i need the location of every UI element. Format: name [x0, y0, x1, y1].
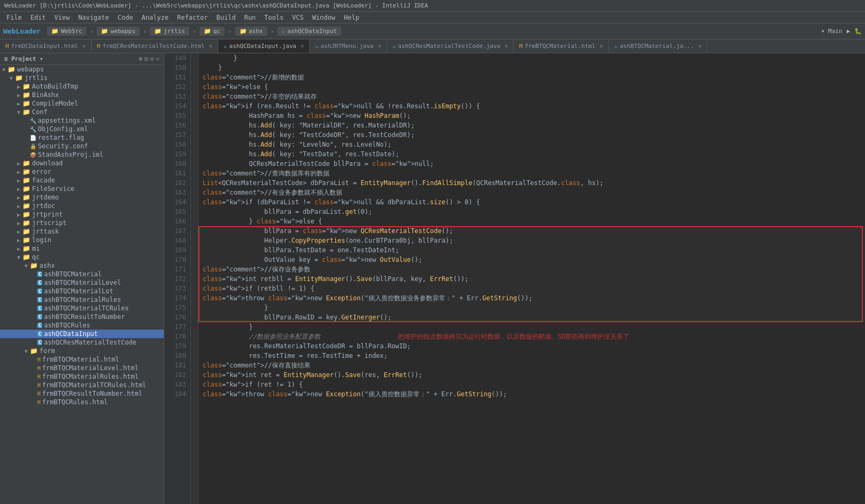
menu-view[interactable]: View: [50, 13, 74, 22]
sidebar: ≡ Project ▾ ⊕ ⊟ ⚙ ✕ ▼📁 webapps▼📁 jrtlis▶…: [0, 53, 164, 504]
tree-arrow: ▼: [15, 254, 22, 260]
tab-frmQCResMaterialTestCode[interactable]: H frmQCResMaterialTestCode.html ×: [92, 39, 219, 53]
tree-item-label: ashBTQCResultToNumber: [44, 313, 125, 321]
line-number: 170: [169, 255, 186, 265]
close-tab-7[interactable]: ×: [698, 43, 701, 49]
breadcrumb-jrtlis[interactable]: 📁 jrtlis: [150, 27, 189, 36]
tree-arrow: ▶: [15, 178, 22, 183]
tree-item-label: FileService: [32, 185, 74, 193]
close-tab-2[interactable]: ×: [209, 43, 212, 49]
tree-item-frmbtqcmaterialrules-html[interactable]: H frmBTQCMaterialRules.html: [0, 372, 164, 381]
tree-arrow: ▼: [22, 348, 30, 354]
menu-navigate[interactable]: Navigate: [74, 13, 114, 22]
code-area[interactable]: 1491501511521531541551561571581591601611…: [164, 53, 865, 504]
tree-item-appsettings-xml[interactable]: 🔧 appsettings.xml: [0, 116, 164, 125]
close-tab-3[interactable]: ×: [301, 43, 304, 49]
tree-item-ashbtqcmateriallot[interactable]: C ashBTQCMaterialLot: [0, 287, 164, 295]
close-tab-4[interactable]: ×: [378, 43, 381, 49]
title-text: WebLoader [D:\jrtlis\Code\WebLoader] - .…: [4, 2, 428, 9]
close-tab-5[interactable]: ×: [504, 43, 508, 49]
tree-item-label: ashBTQCMaterial: [44, 270, 101, 278]
tree-item-autobuildtmp[interactable]: ▶📁 AutoBuildTmp: [0, 82, 164, 91]
menu-file[interactable]: File: [2, 13, 26, 22]
main-dropdown[interactable]: ▾ Main: [821, 28, 843, 35]
settings-icon[interactable]: ⚙: [150, 55, 154, 62]
tree-item-error[interactable]: ▶📁 error: [0, 167, 164, 176]
tree-item-frmbtqcrules-html[interactable]: H frmBTQCRules.html: [0, 398, 164, 406]
line-number: 178: [169, 332, 186, 341]
tab-ashQCResMaterialTestCode[interactable]: ☕ ashQCResMaterialTestCode.java ×: [387, 39, 514, 53]
tree-item-login[interactable]: ▶📁 login: [0, 236, 164, 244]
tree-item-jrtscript[interactable]: ▶📁 jrtscript: [0, 219, 164, 227]
breadcrumb-qc[interactable]: 📁 qc: [199, 27, 225, 36]
breadcrumb-ashx[interactable]: 📁 ashx: [235, 27, 268, 36]
tree-item-ashqcdatainput[interactable]: C ashQCDataInput: [0, 330, 164, 338]
tree-item-jrtdemo[interactable]: ▶📁 jrtdemo: [0, 193, 164, 202]
tree-item-objconfig-xml[interactable]: 🔧 ObjConfig.xml: [0, 125, 164, 133]
debug-button[interactable]: 🐛: [854, 28, 862, 35]
code-line: class="kw">if (dbParaList != class="kw">…: [198, 197, 865, 207]
tree-item-ashbtqcmaterialtcrules[interactable]: C ashBTQCMaterialTCRules: [0, 304, 164, 313]
breadcrumb-webapps[interactable]: 📁 webapps: [97, 27, 139, 36]
tree-item-facade[interactable]: ▶📁 facade: [0, 176, 164, 185]
tree-item-security-conf[interactable]: 🔒 Security.conf: [0, 142, 164, 150]
sync-icon[interactable]: ⊕: [139, 55, 143, 62]
tree-item-ashbtqcresulttonumber[interactable]: C ashBTQCResultToNumber: [0, 313, 164, 321]
close-tab-1[interactable]: ×: [82, 43, 85, 49]
menu-analyze[interactable]: Analyze: [137, 13, 173, 22]
xml-file-icon: 🔧: [30, 126, 36, 132]
tree-item-frmbtqcresulttonumber-html[interactable]: H frmBTQCResultToNumber.html: [0, 389, 164, 398]
tree-item-restart-flag[interactable]: 📄 restart.flag: [0, 133, 164, 142]
menu-edit[interactable]: Edit: [26, 13, 50, 22]
gutter-cell: [191, 178, 198, 188]
tree-item-mi[interactable]: ▶📁 mi: [0, 244, 164, 253]
close-tab-6[interactable]: ×: [600, 43, 603, 49]
tree-item-download[interactable]: ▶📁 download: [0, 159, 164, 167]
tab-ashBTQCMaterial[interactable]: ☕ ashBTQCMaterial.ja... ×: [609, 39, 708, 53]
menu-run[interactable]: Run: [240, 13, 260, 22]
tree-item-binashx[interactable]: ▶📁 BinAshx: [0, 91, 164, 99]
menu-refactor[interactable]: Refactor: [173, 13, 212, 22]
tree-item-ashbtqcmaterialrules[interactable]: C ashBTQCMaterialRules: [0, 295, 164, 304]
tree-item-ashx[interactable]: ▼📁 ashx: [0, 261, 164, 270]
tree-item-ashbtqcrules[interactable]: C ashBTQCRules: [0, 321, 164, 330]
line-number: 175: [169, 303, 186, 313]
code-content[interactable]: } } class="comment">//新增的数据 class="kw">e…: [198, 53, 865, 504]
gutter-cell: [191, 82, 198, 92]
tree-item-webapps[interactable]: ▼📁 webapps: [0, 65, 164, 74]
menu-code[interactable]: Code: [114, 13, 138, 22]
tree-item-compilemodel[interactable]: ▶📁 CompileModel: [0, 99, 164, 108]
tree-item-jrtlis[interactable]: ▼📁 jrtlis: [0, 74, 164, 82]
tree-item-fileservice[interactable]: ▶📁 FileService: [0, 185, 164, 193]
tree-item-jrtprint[interactable]: ▶📁 jrtprint: [0, 210, 164, 219]
tree-item-form[interactable]: ▼📁 form: [0, 347, 164, 355]
tree-item-frmbtqcmaterialtcrules-html[interactable]: H frmBTQCMaterialTCRules.html: [0, 381, 164, 389]
close-sidebar-icon[interactable]: ✕: [156, 55, 159, 62]
tab-ashJRTMenu[interactable]: ☕ ashJRTMenu.java ×: [310, 39, 387, 53]
breadcrumb-sep4: ›: [228, 28, 231, 35]
tree-item-ashbtqcmateriallevel[interactable]: C ashBTQCMaterialLevel: [0, 278, 164, 287]
tab-frmQCDataInput[interactable]: H frmQCDataInput.html ×: [0, 39, 92, 53]
breadcrumb-websrc[interactable]: 📁 WebSrc: [47, 27, 86, 36]
run-button[interactable]: ▶: [846, 28, 850, 35]
menu-tools[interactable]: Tools: [260, 13, 288, 22]
tree-item-qc[interactable]: ▼📁 qc: [0, 253, 164, 261]
tab-frmBTQCMaterial[interactable]: H frmBTQCMaterial.html ×: [514, 39, 608, 53]
tree-item-jrtdoc[interactable]: ▶📁 jrtdoc: [0, 202, 164, 210]
sidebar-title: ≡ Project ▾: [4, 55, 43, 62]
tab-ashQCDataInput[interactable]: ☕ ashQCDataInput.java ×: [218, 39, 310, 53]
menu-build[interactable]: Build: [212, 13, 240, 22]
tree-item-ashqcresmaterialtestcode[interactable]: C ashQCResMaterialTestCode: [0, 338, 164, 347]
collapse-icon[interactable]: ⊟: [145, 55, 148, 62]
tree-item-jrttask[interactable]: ▶📁 jrttask: [0, 227, 164, 236]
menu-vcs[interactable]: VCS: [288, 13, 308, 22]
breadcrumb-file[interactable]: ☕ ashQCDataInput: [277, 27, 341, 36]
tree-item-conf[interactable]: ▼📁 Conf: [0, 108, 164, 116]
menu-window[interactable]: Window: [308, 13, 339, 22]
folder-icon-tree: 📁: [22, 168, 30, 175]
tree-item-ashbtqcmaterial[interactable]: C ashBTQCMaterial: [0, 270, 164, 278]
tree-item-frmbtqcmateriallevel-html[interactable]: H frmBTQCMaterialLevel.html: [0, 364, 164, 372]
tree-item-standashxproj-iml[interactable]: 📦 StandAshxProj.iml: [0, 150, 164, 159]
menu-help[interactable]: Help: [340, 13, 364, 22]
tree-item-frmbtqcmaterial-html[interactable]: H frmBTQCMaterial.html: [0, 355, 164, 364]
